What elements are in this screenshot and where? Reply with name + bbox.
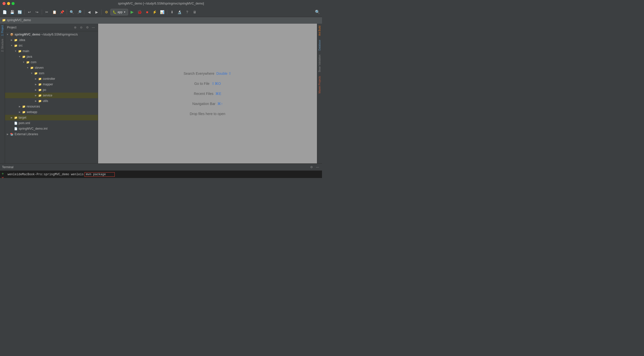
toggle-root: ▼ — [6, 33, 9, 36]
run-config-selector[interactable]: 🐛 app ▼ — [110, 9, 128, 15]
tree-item-po[interactable]: ▶ 📁 po — [5, 87, 98, 93]
tree-item-src-label: src — [19, 44, 23, 47]
tree-item-idea[interactable]: ▶ 📁 .idea — [5, 37, 98, 43]
terminal-close-btn[interactable]: — — [315, 165, 320, 170]
undo-button[interactable]: ↩ — [26, 9, 33, 16]
tree-item-com[interactable]: ▼ 📁 com — [5, 59, 98, 65]
main-folder-icon: 📁 — [18, 49, 22, 53]
tree-item-webapp[interactable]: ▶ 📁 webapp — [5, 109, 98, 115]
panel-close-btn[interactable]: — — [91, 25, 96, 30]
vtab-structure[interactable]: 2: Structure — [0, 37, 5, 53]
separator-1 — [24, 10, 25, 15]
coverage-button[interactable]: ⚡ — [151, 9, 158, 16]
tree-item-service[interactable]: ▶ 📁 service — [5, 93, 98, 98]
toggle-utils: ▶ — [34, 99, 37, 102]
forward-button[interactable]: ▶ — [93, 9, 100, 16]
toggle-ext-libs: ▶ — [6, 133, 9, 136]
tree-item-target[interactable]: ▶ 📁 target — [5, 115, 98, 120]
terminal-header-buttons: ⚙ — — [309, 165, 320, 170]
minimize-button[interactable] — [7, 2, 10, 5]
controller-folder-icon: 📁 — [38, 77, 42, 81]
ssm-folder-icon: 📁 — [34, 71, 38, 75]
toggle-main: ▼ — [14, 50, 17, 53]
tree-item-pom[interactable]: ▶ 📄 pom.xml — [5, 120, 98, 126]
project-tab-label[interactable]: 📁 springMVC_demo — [2, 18, 31, 22]
profiler-button[interactable]: 📊 — [159, 9, 166, 16]
close-button[interactable] — [3, 2, 6, 5]
ext-libs-icon: 📚 — [10, 132, 14, 136]
file-tree: ▼ 📦 springMVC_demo ~/study/6.SSM/springm… — [5, 31, 98, 163]
build-button[interactable]: ⚙ — [103, 9, 110, 16]
tree-item-ext-libs[interactable]: ▶ 📚 External Libraries — [5, 131, 98, 137]
panel-locate-btn[interactable]: ⊕ — [73, 25, 78, 30]
rpanel-bean-validation[interactable]: Bean Validation — [318, 53, 321, 74]
tree-item-ssm[interactable]: ▼ 📁 ssm — [5, 70, 98, 76]
terminal-del-session-btn[interactable]: ✕ — [1, 176, 4, 178]
rpanel-database[interactable]: Database — [318, 38, 321, 53]
hint-label-recent: Recent Files — [194, 92, 213, 96]
tree-item-main[interactable]: ▼ 📁 main — [5, 48, 98, 54]
tree-item-ssm-label: ssm — [39, 72, 44, 75]
tree-item-mapper[interactable]: ▶ 📁 mapper — [5, 82, 98, 87]
back-button[interactable]: ◀ — [86, 9, 93, 16]
run-button[interactable]: ▶ — [129, 9, 136, 16]
com-folder-icon: 📁 — [26, 60, 30, 64]
toggle-idea: ▶ — [10, 39, 13, 42]
panel-collapse-btn[interactable]: ⊖ — [79, 25, 84, 30]
po-folder-icon: 📁 — [38, 88, 42, 92]
terminal-settings-btn[interactable]: ⚙ — [309, 165, 314, 170]
synchronize-button[interactable]: 🔄 — [16, 9, 23, 16]
tree-item-steven[interactable]: ▼ 📁 steven — [5, 65, 98, 70]
vtab-project[interactable]: 1: Project — [0, 24, 5, 37]
terminal-output: wenleideMacBook-Pro:springMVC_demo wenle… — [6, 171, 322, 178]
separator-3 — [67, 10, 67, 15]
webapp-folder-icon: 📁 — [22, 110, 26, 114]
new-file-button[interactable]: 📄 — [1, 9, 8, 16]
terminal-side-btns: + ✕ 🌐 — [0, 171, 6, 178]
java-folder-icon: 📁 — [22, 55, 26, 59]
tree-item-resources[interactable]: ▶ 📁 resources — [5, 104, 98, 109]
debug-button[interactable]: 🐞 — [136, 9, 143, 16]
tree-item-utils-label: utils — [43, 99, 48, 103]
find-prev-button[interactable]: 🔎 — [76, 9, 83, 16]
stop-button[interactable]: ■ — [144, 9, 151, 16]
tree-item-controller[interactable]: ▶ 📁 controller — [5, 76, 98, 82]
tree-item-utils[interactable]: ▶ 📁 utils — [5, 98, 98, 104]
update-button[interactable]: ⬇ — [169, 9, 176, 16]
tree-item-java[interactable]: ▼ 📁 java — [5, 54, 98, 59]
help-button[interactable]: ? — [184, 9, 191, 16]
toggle-po: ▶ — [34, 88, 37, 91]
maximize-button[interactable] — [12, 2, 15, 5]
hint-label-nav: Navigation Bar — [192, 102, 216, 106]
redo-button[interactable]: ↪ — [33, 9, 41, 16]
terminal-prompt: wenleideMacBook-Pro:springMVC_demo wenle… — [8, 173, 84, 176]
save-all-button[interactable]: 💾 — [9, 9, 16, 16]
panel-settings-btn[interactable]: ⚙ — [85, 25, 90, 30]
traffic-lights — [3, 2, 15, 5]
tree-item-iml[interactable]: ▶ 📄 springMVC_demo.iml — [5, 126, 98, 131]
search-everywhere-icon[interactable]: 🔍 — [314, 9, 321, 16]
tree-item-src[interactable]: ▼ 📁 src — [5, 43, 98, 48]
tree-item-steven-label: steven — [35, 66, 44, 69]
iml-file-icon: 📄 — [14, 127, 18, 131]
toggle-ssm: ▼ — [30, 72, 33, 75]
cut-button[interactable]: ✂ — [43, 9, 50, 16]
toggle-webapp: ▶ — [18, 111, 21, 114]
paste-button[interactable]: 📌 — [58, 9, 65, 16]
terminal-add-session-btn[interactable]: + — [2, 172, 4, 176]
tree-item-resources-label: resources — [27, 105, 40, 108]
rpanel-ant-build[interactable]: Ant Build — [318, 24, 321, 38]
copy-button[interactable]: 📋 — [51, 9, 58, 16]
rpanel-maven-projects[interactable]: Maven Projects — [318, 74, 321, 95]
find-button[interactable]: 🔍 — [68, 9, 75, 16]
separator-5 — [101, 10, 102, 15]
framework-button[interactable]: 🖥 — [191, 9, 198, 16]
tree-item-ext-libs-label: External Libraries — [15, 132, 38, 136]
folder-icon: 📁 — [2, 18, 6, 22]
toggle-mapper: ▶ — [34, 83, 37, 86]
separator-6 — [167, 10, 167, 15]
terminal-command-input[interactable] — [85, 172, 115, 177]
hint-goto-file: Go to File ⇧⌘O — [194, 82, 221, 86]
tree-item-root[interactable]: ▼ 📦 springMVC_demo ~/study/6.SSM/springm… — [5, 32, 98, 37]
search-struct-button[interactable]: 🔬 — [176, 9, 183, 16]
